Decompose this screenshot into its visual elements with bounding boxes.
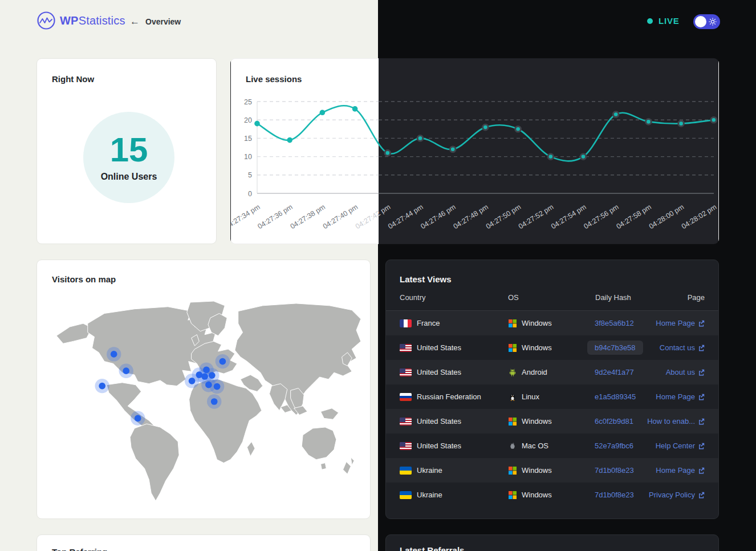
visitor-dot xyxy=(220,358,226,365)
table-row: UkraineWindows7d1b0f8e23Privacy Policy xyxy=(386,483,718,507)
visitor-dot xyxy=(111,351,117,358)
data-point xyxy=(613,112,619,118)
flag-us-icon xyxy=(400,442,412,450)
y-tick-label: 5 xyxy=(248,171,252,179)
data-point xyxy=(287,137,292,143)
os-cell: Mac OS xyxy=(508,433,548,458)
daily-hash-link[interactable]: 3f8e5a6b12 xyxy=(587,316,641,330)
external-link-icon xyxy=(698,320,705,327)
hash-cell: 6c0f2b9d81 xyxy=(587,409,641,433)
page-link[interactable]: Privacy Policy xyxy=(649,491,695,499)
table-row: United StatesMac OS52e7a9fbc6Help Center xyxy=(386,433,718,458)
page-link[interactable]: Contact us xyxy=(660,343,695,352)
country-name: United States xyxy=(417,343,461,352)
data-point xyxy=(385,150,391,156)
os-name: Windows xyxy=(522,343,552,352)
hash-cell: e1a5d89345 xyxy=(587,384,643,409)
page-link[interactable]: Home Page xyxy=(656,319,695,327)
daily-hash-link[interactable]: 6c0f2b9d81 xyxy=(587,414,641,428)
daily-hash-link[interactable]: 52e7a9fbc6 xyxy=(587,439,641,453)
page-cell: About us xyxy=(666,360,705,384)
country-cell: United States xyxy=(400,433,461,458)
continent-alaska xyxy=(56,323,92,343)
os-cell: Windows xyxy=(508,483,552,507)
top-referring-title: Top Referring xyxy=(52,547,107,551)
daily-hash-link[interactable]: 7d1b0f8e23 xyxy=(587,463,641,477)
os-cell: Android xyxy=(508,360,547,384)
continent-australia xyxy=(302,427,336,460)
hash-cell: 52e7a9fbc6 xyxy=(587,433,641,458)
windows-icon xyxy=(508,343,517,353)
wp-statistics-logo[interactable]: WPStatistics xyxy=(36,11,125,30)
hash-cell: b94c7b3e58 xyxy=(587,335,643,360)
flag-us-icon xyxy=(400,418,412,426)
x-tick-label: 04:28:02 pm xyxy=(680,203,718,231)
page-cell: Home Page xyxy=(656,311,705,335)
os-cell: Windows xyxy=(508,458,552,483)
country-name: United States xyxy=(417,368,461,376)
x-tick-label: 04:28:00 pm xyxy=(648,203,685,231)
data-point xyxy=(678,121,684,127)
daily-hash-link[interactable]: e1a5d89345 xyxy=(587,390,643,404)
visitor-dot xyxy=(205,382,212,388)
external-link-icon xyxy=(698,443,705,449)
visitor-dot xyxy=(203,366,210,373)
table-row: Russian FederationLinuxe1a5d89345Home Pa… xyxy=(386,384,718,409)
x-tick-label: 04:27:38 pm xyxy=(289,203,327,231)
android-icon xyxy=(508,368,517,377)
sessions-line xyxy=(257,106,714,161)
external-link-icon xyxy=(698,369,705,376)
data-point xyxy=(352,106,358,112)
live-sessions-title: Live sessions xyxy=(246,74,302,84)
visitor-dot xyxy=(201,373,208,380)
flag-fr-icon xyxy=(400,319,412,327)
data-point xyxy=(417,136,423,141)
toggle-knob[interactable] xyxy=(695,16,706,27)
latest-views-title: Latest Views xyxy=(400,274,452,284)
os-cell: Windows xyxy=(508,409,552,433)
daily-hash-link[interactable]: 9d2e4f1a77 xyxy=(587,365,641,379)
col-os: OS xyxy=(508,293,519,302)
visitors-map-card: Visitors on map xyxy=(36,260,371,519)
data-point xyxy=(580,154,586,160)
country-name: United States xyxy=(417,441,461,450)
external-link-icon xyxy=(698,492,705,499)
data-point xyxy=(515,127,521,132)
page-link[interactable]: How to enab... xyxy=(647,417,695,426)
daily-hash-link[interactable]: b94c7b3e58 xyxy=(587,341,643,355)
logo-text: WPStatistics xyxy=(60,14,125,27)
os-name: Windows xyxy=(522,417,552,426)
visitors-map-title: Visitors on map xyxy=(52,274,116,284)
x-tick-label: 04:27:50 pm xyxy=(485,203,522,231)
page-link[interactable]: Home Page xyxy=(656,392,695,401)
right-now-title: Right Now xyxy=(52,74,94,84)
data-point xyxy=(320,110,326,116)
page-link[interactable]: Home Page xyxy=(656,466,695,475)
external-link-icon xyxy=(698,345,705,351)
continent-new-zealand xyxy=(343,457,355,474)
breadcrumb: ← Overview xyxy=(130,17,181,26)
country-cell: Ukraine xyxy=(400,458,442,483)
online-users-label: Online Users xyxy=(101,172,157,182)
y-tick-label: 20 xyxy=(244,116,252,124)
linux-icon xyxy=(508,392,517,402)
right-now-card: Right Now 15 Online Users xyxy=(36,58,217,244)
windows-icon xyxy=(508,466,517,475)
page-link[interactable]: About us xyxy=(666,368,695,376)
hash-cell: 3f8e5a6b12 xyxy=(587,311,641,335)
page-link[interactable]: Help Center xyxy=(656,441,695,450)
top-referring-card: Top Referring xyxy=(36,534,371,551)
back-arrow-icon[interactable]: ← xyxy=(130,17,140,26)
flag-ua-icon xyxy=(400,491,412,499)
x-tick-label: 04:27:44 pm xyxy=(387,203,424,231)
country-name: France xyxy=(417,319,440,327)
continent-madagascar xyxy=(247,441,255,456)
daily-hash-link[interactable]: 7d1b0f8e23 xyxy=(587,488,641,502)
col-daily-hash: Daily Hash xyxy=(595,293,631,302)
page-cell: Help Center xyxy=(656,433,705,458)
col-page: Page xyxy=(688,293,705,302)
theme-toggle[interactable] xyxy=(693,14,720,29)
table-header: Country OS Daily Hash Page xyxy=(386,293,718,310)
hash-cell: 9d2e4f1a77 xyxy=(587,360,641,384)
page-cell: Contact us xyxy=(660,335,705,360)
